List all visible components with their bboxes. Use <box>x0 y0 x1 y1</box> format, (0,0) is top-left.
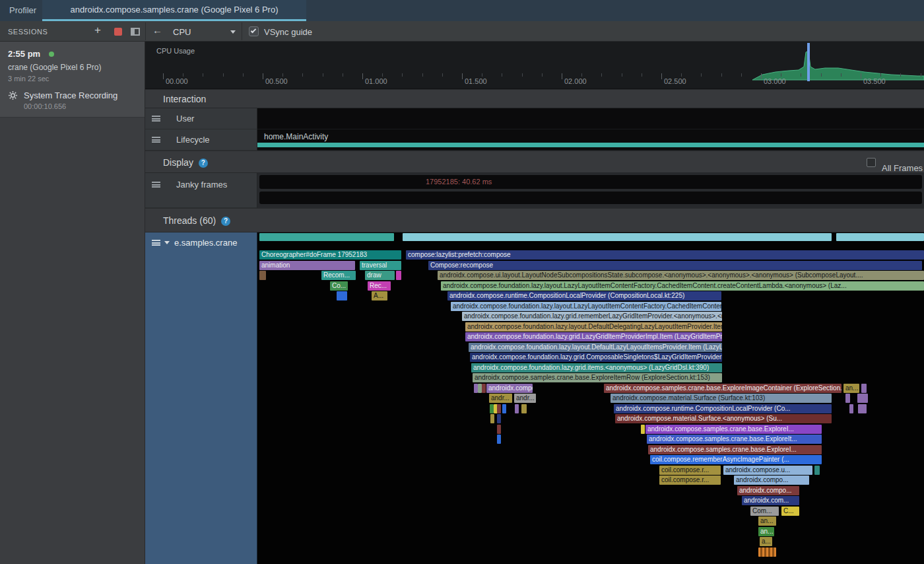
help-icon[interactable]: ? <box>199 159 208 168</box>
session-card[interactable]: 2:55 pm crane (Google Pixel 6 Pro) 3 min… <box>0 42 145 118</box>
all-frames-checkbox[interactable] <box>867 158 876 167</box>
flame-span[interactable]: androidx.compose.samples.crane.base.Expl… <box>648 445 822 454</box>
flame-span[interactable]: andr... <box>489 394 512 403</box>
timeline-tick <box>701 73 702 77</box>
add-session-button[interactable]: + <box>94 24 101 37</box>
flame-span[interactable]: androidx.compose.samples.crane.base.Expl… <box>647 435 822 444</box>
flame-span[interactable]: andr... <box>514 394 536 403</box>
user-track-content[interactable] <box>257 108 924 129</box>
recording-item[interactable]: System Trace Recording <box>8 90 137 100</box>
flame-span-fragment[interactable] <box>857 394 868 403</box>
flame-span[interactable]: coil.compose.rememberAsyncImagePainter (… <box>650 455 822 464</box>
flame-span[interactable]: androidx.com... <box>742 496 799 505</box>
toolbar-divider <box>242 22 242 40</box>
lifecycle-track-label[interactable]: Lifecycle <box>145 129 257 151</box>
flame-span-fragment[interactable] <box>497 404 501 413</box>
flame-span-fragment[interactable] <box>497 435 501 444</box>
flame-span[interactable]: a... <box>760 537 772 546</box>
flame-span-fragment[interactable] <box>521 404 527 413</box>
user-track-label[interactable]: User <box>145 108 257 129</box>
timeline-axis[interactable]: 00.00000.50001.00001.50002.00002.50003.0… <box>145 42 924 89</box>
flame-span-fragment[interactable] <box>403 233 832 241</box>
flame-span[interactable]: coil.compose.r... <box>659 476 721 485</box>
flame-span[interactable]: androidx.compose.material.Surface (Surfa… <box>610 394 832 403</box>
flame-span-fragment[interactable] <box>861 384 867 393</box>
flame-span[interactable]: androidx.compose.foundation.lazy.grid.Co… <box>470 353 722 362</box>
flame-span-fragment[interactable] <box>814 466 820 475</box>
frame-lifecycle-bar[interactable] <box>259 192 922 204</box>
flame-span-fragment[interactable] <box>396 271 401 280</box>
flame-span[interactable]: androidx.compose.ui.layout.LayoutNodeSub… <box>438 271 924 280</box>
flame-span-fragment[interactable] <box>490 414 494 423</box>
flame-span[interactable]: androidx.compo... <box>734 476 809 485</box>
flame-span[interactable]: androidx.compose.samples.crane.base.Expl… <box>473 373 722 382</box>
lifecycle-activity-bar[interactable] <box>257 143 924 147</box>
flame-span[interactable]: androidx.compose.foundation.lazy.grid.it… <box>471 363 722 372</box>
flame-span[interactable]: animation <box>259 261 355 270</box>
flame-span-fragment[interactable] <box>849 404 853 413</box>
flame-span[interactable]: C... <box>781 507 799 516</box>
flame-span-fragment[interactable] <box>497 414 501 423</box>
flame-span[interactable]: androidx.compose.runtime.CompositionLoca… <box>447 291 721 300</box>
thread-track-label[interactable]: e.samples.crane <box>145 232 257 564</box>
drag-handle-icon[interactable] <box>152 137 160 143</box>
flame-span-fragment[interactable] <box>502 404 506 413</box>
flame-span[interactable]: Choreographer#doFrame 17952183 <box>259 250 401 260</box>
flame-span[interactable]: androidx.compose.foundation.lazy.layout.… <box>465 322 722 332</box>
janky-frames-track-label[interactable]: Janky frames <box>145 173 257 208</box>
lifecycle-track-content[interactable]: home.MainActivity <box>257 129 924 151</box>
flame-chart[interactable]: Choreographer#doFrame 17952183compose:la… <box>257 232 924 564</box>
flame-span-fragment[interactable] <box>482 384 486 393</box>
vsync-guide-checkbox[interactable] <box>249 26 259 36</box>
timeline-tick <box>642 73 642 77</box>
flame-span-fragment[interactable] <box>497 425 501 434</box>
flame-span[interactable]: Compose:recompose <box>428 261 922 270</box>
flame-span[interactable]: traversal <box>360 261 401 270</box>
flame-span[interactable]: androidx.compose.samples.crane.base.Expl… <box>604 384 842 393</box>
flame-span[interactable]: coil.compose.r... <box>659 466 721 475</box>
flame-span[interactable]: draw <box>365 271 395 280</box>
flame-span[interactable]: an... <box>843 384 859 393</box>
stop-recording-button[interactable] <box>114 28 122 36</box>
expand-caret-icon[interactable] <box>164 241 170 244</box>
flame-span[interactable]: Co... <box>330 281 348 291</box>
cpu-usage-strip[interactable]: 00.00000.50001.00001.50002.00002.50003.0… <box>145 42 924 89</box>
flame-span-fragment[interactable] <box>641 425 645 434</box>
flame-span[interactable]: an... <box>758 527 774 536</box>
profiler-type-dropdown[interactable]: CPU <box>173 25 236 38</box>
flame-span[interactable]: androidx.compose.foundation.lazy.grid.re… <box>462 312 722 321</box>
flame-span[interactable]: Com... <box>750 507 779 516</box>
flame-span[interactable]: androidx.compo... <box>737 486 799 495</box>
frame-lifecycle-bar[interactable]: 17952185: 40.62 ms <box>259 175 922 189</box>
flame-span[interactable]: androidx.compose.foundation.lazy.layout.… <box>441 281 924 291</box>
collapse-sessions-panel-icon[interactable] <box>131 28 140 36</box>
flame-span[interactable]: an... <box>758 516 776 526</box>
drag-handle-icon[interactable] <box>152 182 160 188</box>
flame-span[interactable]: compose:lazylist:prefetch:compose <box>406 250 924 260</box>
session-tab[interactable]: androidx.compose.samples.crane (Google P… <box>42 0 306 21</box>
flame-span-fragment[interactable] <box>515 404 519 413</box>
help-icon[interactable]: ? <box>221 217 230 226</box>
flame-span-fragment[interactable] <box>845 394 850 403</box>
flame-span[interactable]: androidx.compose.runtime.CompositionLoca… <box>614 404 832 413</box>
flame-span-fragment[interactable] <box>259 271 266 280</box>
flame-span-fragment[interactable] <box>858 404 867 413</box>
back-arrow-icon[interactable]: ← <box>152 24 162 36</box>
timeline-tick <box>263 73 263 79</box>
flame-span[interactable]: androidx.compose.samples.crane.base.Expl… <box>645 425 822 434</box>
flame-span[interactable]: androidx.compose.ui.layout.m... <box>486 384 533 393</box>
flame-span[interactable]: Recom... <box>321 271 356 280</box>
flame-span[interactable]: androidx.compose.foundation.lazy.layout.… <box>451 302 721 311</box>
drag-handle-icon[interactable] <box>152 116 160 122</box>
flame-span-fragment[interactable] <box>836 233 924 241</box>
flame-span[interactable]: androidx.compose.foundation.lazy.grid.La… <box>465 332 722 341</box>
flame-span[interactable]: Rec... <box>368 281 391 291</box>
flame-span-fragment[interactable] <box>259 233 394 241</box>
flame-span[interactable]: androidx.compose.foundation.lazy.layout.… <box>469 343 722 352</box>
flame-span-fragment[interactable] <box>337 291 347 300</box>
drag-handle-icon[interactable] <box>152 240 160 246</box>
flame-span[interactable]: androidx.compose.material.Surface.<anony… <box>615 414 832 423</box>
flame-span[interactable]: A... <box>372 291 387 300</box>
flame-span[interactable]: androidx.compose.u... <box>723 466 812 475</box>
flame-span-fragment[interactable] <box>758 547 776 557</box>
